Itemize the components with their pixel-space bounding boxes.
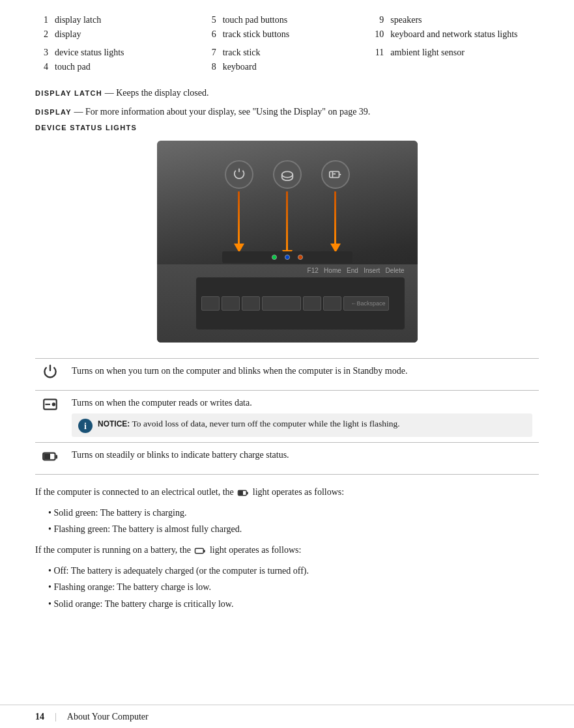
device-status-lights-title: DEVICE STATUS LIGHTS [35, 124, 539, 132]
hdd-icon [42, 396, 59, 413]
notice-text: NOTICE: To avoid loss of data, never tur… [98, 417, 400, 430]
list-item-11: 11 ambient light sensor [371, 46, 539, 60]
notice-icon: i [78, 419, 93, 433]
list-column-1: 1 display latch 2 display 3 device statu… [35, 13, 203, 74]
display-latch-section: DISPLAY LATCH — Keeps the display closed… [35, 86, 539, 100]
battery-icon [42, 448, 59, 465]
list-item-6: 6 track stick buttons [203, 27, 371, 42]
footer-title: About Your Computer [67, 712, 149, 722]
list-item-5: 5 touch pad buttons [203, 13, 371, 27]
battery-icon-cell [35, 443, 65, 475]
status-lights-bar [222, 251, 352, 263]
table-row-battery: Turns on steadily or blinks to indicate … [35, 443, 539, 475]
list-item-3: 3 device status lights [35, 46, 203, 60]
svg-rect-6 [44, 455, 50, 459]
inline-battery-icon-1 [237, 487, 249, 499]
flashing-orange-line: • Flashing orange: The battery charge is… [48, 580, 539, 595]
solid-green-line: • Solid green: The battery is charging. [48, 506, 539, 520]
electrical-outlet-paragraph: If the computer is connected to an elect… [35, 485, 539, 499]
power-icon-cell [35, 359, 65, 391]
display-latch-term: DISPLAY LATCH [35, 89, 102, 97]
list-item-1: 1 display latch [35, 13, 203, 27]
icons-description-table: Turns on when you turn on the computer a… [35, 358, 539, 475]
power-description: Turns on when you turn on the computer a… [65, 359, 539, 391]
list-item-10: 10 keyboard and network status lights [371, 27, 539, 42]
hdd-icon-cell [35, 391, 65, 443]
notice-block: i NOTICE: To avoid loss of data, never t… [72, 413, 532, 437]
list-item-4: 4 touch pad [35, 60, 203, 74]
battery-paragraph: If the computer is running on a battery,… [35, 543, 539, 557]
laptop-photo: F12 Home End Insert Delete ←Backspace [157, 141, 418, 343]
display-body: For more information about your display,… [85, 107, 370, 117]
table-row-hdd: Turns on when the computer reads or writ… [35, 391, 539, 443]
svg-point-3 [53, 403, 55, 405]
numbered-list: 1 display latch 2 display 3 device statu… [35, 13, 539, 74]
footer-separator: | [55, 712, 57, 722]
status-lights-arrows [225, 160, 350, 259]
page-footer: 14 | About Your Computer [0, 705, 574, 728]
off-line: • Off: The battery is adequately charged… [48, 564, 539, 578]
display-latch-body: Keeps the display closed. [116, 88, 208, 98]
list-column-2: 5 touch pad buttons 6 track stick button… [203, 13, 371, 74]
list-item-7: 7 track stick [203, 46, 371, 60]
page-number: 14 [35, 712, 44, 722]
laptop-keyboard-area: F12 Home End Insert Delete ←Backspace [157, 264, 418, 343]
list-item-9: 9 speakers [371, 13, 539, 27]
display-term: DISPLAY [35, 108, 72, 116]
laptop-image: F12 Home End Insert Delete ←Backspace [35, 141, 539, 343]
flashing-green-line: • Flashing green: The battery is almost … [48, 522, 539, 537]
svg-rect-8 [239, 492, 242, 495]
list-item-2: 2 display [35, 27, 203, 42]
svg-rect-9 [195, 548, 204, 553]
battery-description: Turns on steadily or blinks to indicate … [65, 443, 539, 475]
power-icon [42, 364, 59, 381]
list-item-8: 8 keyboard [203, 60, 371, 74]
svg-point-0 [281, 171, 293, 177]
solid-orange-line: • Solid orange: The battery charge is cr… [48, 597, 539, 611]
inline-battery-icon-2 [194, 545, 206, 557]
hdd-description: Turns on when the computer reads or writ… [65, 391, 539, 443]
table-row-power: Turns on when you turn on the computer a… [35, 359, 539, 391]
display-section: DISPLAY — For more information about you… [35, 105, 539, 119]
list-column-3: 9 speakers 10 keyboard and network statu… [371, 13, 539, 74]
